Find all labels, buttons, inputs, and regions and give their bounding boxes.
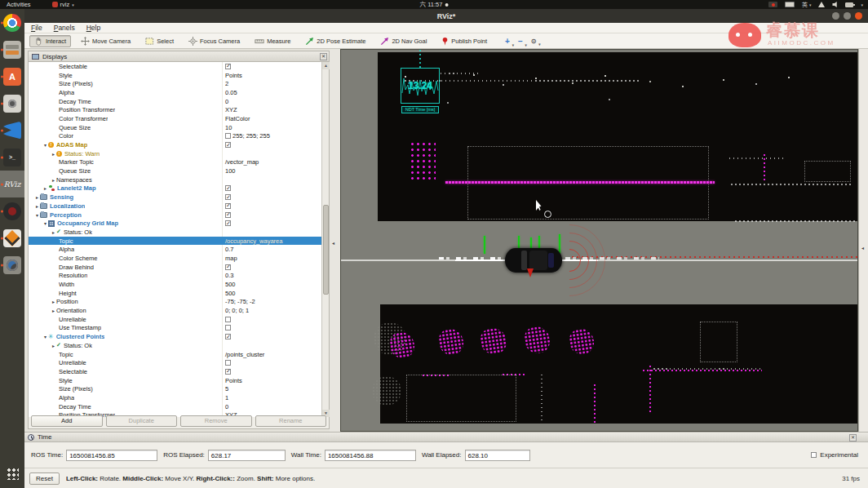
dock-item-rviz[interactable]: RViz xyxy=(0,171,24,197)
menu-file[interactable]: File xyxy=(31,24,42,32)
property-row-namespaces[interactable]: ▸Namespaces xyxy=(29,175,323,184)
property-row-use-timestamp[interactable]: Use Timestamp xyxy=(29,324,323,333)
checkbox-checked[interactable] xyxy=(225,194,231,200)
maximize-button[interactable] xyxy=(844,12,851,20)
checkbox-unchecked[interactable] xyxy=(225,325,231,331)
collapsed-arrow-icon[interactable]: ▸ xyxy=(51,343,56,348)
property-row-lanelet2-map[interactable]: ▸Lanelet2 Map xyxy=(29,184,323,193)
property-value[interactable]: 1 xyxy=(225,394,228,401)
property-row-perception[interactable]: ▾Perception xyxy=(29,211,323,220)
add-display-button[interactable]: Add xyxy=(31,415,103,427)
collapsed-arrow-icon[interactable]: ▸ xyxy=(51,308,56,313)
property-row-topic[interactable]: Topic/occupancy_wayarea xyxy=(29,237,323,246)
property-value[interactable]: XYZ xyxy=(225,106,237,113)
property-value[interactable]: 5 xyxy=(225,385,228,393)
checkbox-checked[interactable] xyxy=(225,185,231,191)
property-value[interactable]: -75; -75; -2 xyxy=(225,298,255,305)
property-value[interactable]: 500 xyxy=(225,281,236,288)
property-value[interactable]: 10 xyxy=(225,124,232,131)
property-value[interactable]: 255; 255; 255 xyxy=(225,132,270,140)
property-row-decay-time[interactable]: Decay Time0 xyxy=(29,402,323,411)
volume-icon[interactable] xyxy=(832,2,838,7)
keyboard-icon[interactable] xyxy=(785,2,795,7)
property-row-queue-size[interactable]: Queue Size100 xyxy=(29,166,323,175)
property-value[interactable] xyxy=(225,325,231,331)
property-row-localization[interactable]: ▸Localization xyxy=(29,202,323,211)
checkbox-checked[interactable] xyxy=(225,334,231,339)
property-value[interactable]: 0.7 xyxy=(225,246,233,253)
property-value[interactable]: 0; 0; 0; 1 xyxy=(225,307,249,314)
property-value[interactable] xyxy=(225,264,231,270)
right-dock-strip[interactable]: ◂ xyxy=(858,49,868,432)
property-value[interactable] xyxy=(225,334,231,339)
property-value[interactable]: 0 xyxy=(225,98,228,105)
collapsed-arrow-icon[interactable]: ▸ xyxy=(34,194,40,200)
checkbox-checked[interactable] xyxy=(225,203,231,209)
checkbox-checked[interactable] xyxy=(225,212,231,218)
interact-tool-button[interactable]: Interact xyxy=(29,35,71,47)
property-value[interactable] xyxy=(225,203,231,209)
property-value[interactable]: 500 xyxy=(225,290,236,297)
color-swatch[interactable] xyxy=(225,133,231,139)
dock-item-software[interactable]: A xyxy=(0,63,24,90)
checkbox-checked[interactable] xyxy=(225,64,231,69)
property-row-selectable[interactable]: Selectable xyxy=(29,62,323,71)
remove-display-button[interactable]: Remove xyxy=(180,415,252,427)
close-button[interactable] xyxy=(855,12,862,20)
move-camera-tool-button[interactable]: Move Camera xyxy=(76,35,135,47)
menu-panels[interactable]: Panels xyxy=(54,24,75,32)
property-row-unreliable[interactable]: Unreliable xyxy=(29,358,323,367)
tree-scrollbar[interactable]: ▲ ▼ xyxy=(321,62,329,417)
property-row-alpha[interactable]: Alpha0.7 xyxy=(29,245,323,254)
dock-item-gazebo[interactable] xyxy=(0,224,24,251)
property-row-width[interactable]: Width500 xyxy=(29,280,323,289)
property-row-size-pixels-[interactable]: Size (Pixels)2 xyxy=(29,79,323,88)
duplicate-display-button[interactable]: Duplicate xyxy=(106,415,178,427)
dock-item-chrome[interactable] xyxy=(0,9,24,36)
rename-display-button[interactable]: Rename xyxy=(255,415,327,427)
field-input[interactable]: 628.10 xyxy=(465,450,530,461)
property-row-height[interactable]: Height500 xyxy=(29,289,323,298)
property-value[interactable] xyxy=(225,317,231,322)
property-row-clustered-points[interactable]: ▾✳Clustered Points xyxy=(29,332,323,341)
property-value[interactable]: 0 xyxy=(225,403,228,410)
measure-tool-button[interactable]: Measure xyxy=(250,35,295,47)
property-row-style[interactable]: StylePoints xyxy=(29,376,323,385)
dock-item-camera[interactable] xyxy=(0,90,24,117)
close-icon[interactable]: ✕ xyxy=(320,53,327,60)
expanded-arrow-icon[interactable]: ▾ xyxy=(34,212,40,218)
app-indicator[interactable]: rviz ▾ xyxy=(52,1,74,8)
property-value[interactable] xyxy=(225,360,231,366)
checkbox-unchecked[interactable] xyxy=(225,360,231,366)
menu-help[interactable]: Help xyxy=(86,24,100,32)
3d-viewport[interactable]: 13.24 NDT Time [ms] xyxy=(340,49,858,432)
property-row-orientation[interactable]: ▸Orientation0; 0; 0; 1 xyxy=(29,306,323,315)
publish-point-tool-button[interactable]: Publish Point xyxy=(436,35,492,47)
2d-nav-goal-tool-button[interactable]: 2D Nav Goal xyxy=(375,35,432,47)
collapsed-arrow-icon[interactable]: ▸ xyxy=(51,177,56,183)
property-row-status-ok[interactable]: ▸✓Status: Ok xyxy=(29,341,323,350)
dock-item-video[interactable] xyxy=(0,251,24,278)
remove-tool-button[interactable]: −▾ xyxy=(518,37,523,46)
collapsed-arrow-icon[interactable]: ▸ xyxy=(51,229,56,235)
field-input[interactable]: 1650081456.88 xyxy=(325,450,416,461)
checkbox-checked[interactable] xyxy=(225,142,231,148)
focus-camera-tool-button[interactable]: Focus Camera xyxy=(184,35,245,47)
scroll-up-icon[interactable]: ▲ xyxy=(322,62,330,69)
dock-item-vscode[interactable] xyxy=(0,117,24,144)
scrollbar-thumb[interactable] xyxy=(323,205,329,295)
property-value[interactable] xyxy=(225,64,231,69)
collapse-right-icon[interactable]: ◂ xyxy=(861,245,864,251)
property-row-adas-map[interactable]: ▾!ADAS Map xyxy=(29,140,323,149)
collapsed-arrow-icon[interactable]: ▸ xyxy=(42,185,48,191)
tool-options-button[interactable]: ⊙▾ xyxy=(531,38,537,45)
checkbox-checked[interactable] xyxy=(225,220,231,226)
property-row-sensing[interactable]: ▸Sensing xyxy=(29,193,323,202)
property-row-status-warn[interactable]: ▸!Status: Warn xyxy=(29,149,323,158)
activities-button[interactable]: Activities xyxy=(7,1,31,8)
property-row-color[interactable]: Color255; 255; 255 xyxy=(29,132,323,141)
select-tool-button[interactable]: Select xyxy=(140,35,179,47)
property-value[interactable]: 100 xyxy=(225,167,236,175)
property-value[interactable] xyxy=(225,212,231,218)
property-value[interactable] xyxy=(225,142,231,148)
